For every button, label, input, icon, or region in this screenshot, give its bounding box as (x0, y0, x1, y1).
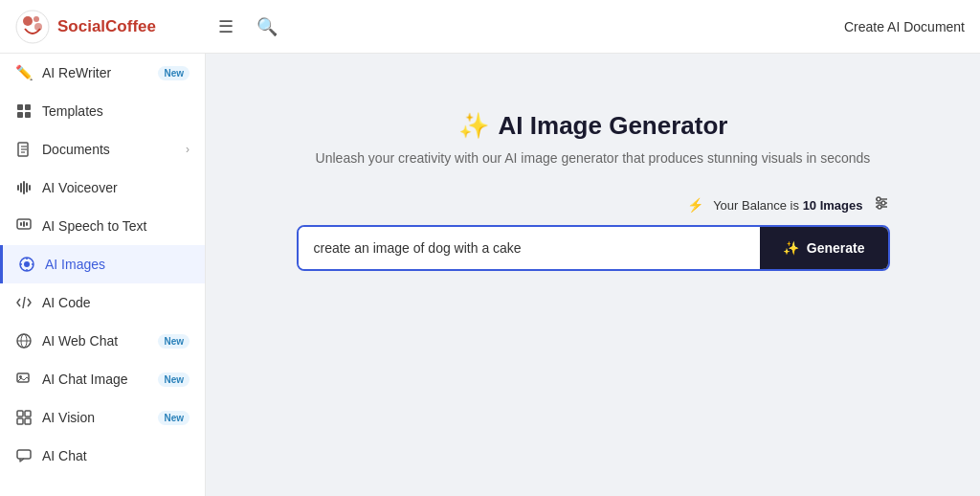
svg-rect-33 (17, 411, 23, 417)
chat-image-icon (15, 371, 33, 388)
templates-icon (15, 102, 33, 120)
ai-chat-icon (15, 447, 33, 464)
sidebar-item-ai-web-chat[interactable]: AI Web Chat New (0, 322, 205, 360)
page-title-row: ✨ AI Image Generator (316, 111, 871, 141)
bolt-icon: ⚡ (687, 197, 703, 213)
menu-button[interactable]: ☰ (214, 12, 237, 41)
sidebar-item-ai-rewriter[interactable]: ✏️ AI ReWriter New (0, 54, 205, 92)
sidebar-label: AI Images (45, 257, 189, 272)
new-badge: New (158, 372, 189, 387)
sidebar-label: AI Voiceover (42, 180, 189, 195)
sidebar-item-ai-code[interactable]: AI Code (0, 283, 205, 322)
sidebar-label: AI Speech to Text (42, 218, 189, 234)
app-header: SocialCoffee ☰ 🔍 Create AI Document (0, 0, 980, 54)
generate-button[interactable]: ✨ Generate (760, 227, 888, 269)
speech-icon (15, 217, 33, 235)
svg-rect-12 (17, 185, 19, 191)
search-icon: 🔍 (256, 16, 278, 37)
svg-rect-18 (20, 222, 22, 226)
sidebar-item-ai-chat-image[interactable]: AI Chat Image New (0, 360, 205, 398)
svg-rect-16 (29, 185, 31, 191)
svg-rect-14 (23, 181, 25, 194)
generate-icon: ✨ (783, 240, 799, 256)
new-badge: New (158, 334, 189, 349)
page-title-area: ✨ AI Image Generator Unleash your creati… (316, 111, 871, 166)
sidebar-item-documents[interactable]: Documents › (0, 130, 205, 169)
wand-icon: ✨ (458, 111, 489, 141)
documents-icon (15, 141, 33, 158)
sidebar: ✏️ AI ReWriter New Templates Documents ›… (0, 54, 206, 496)
logo-area: SocialCoffee (15, 10, 207, 44)
new-badge: New (158, 411, 189, 425)
logo-icon (15, 10, 50, 44)
sidebar-label: AI Chat (42, 448, 189, 463)
svg-point-41 (877, 197, 880, 201)
svg-point-0 (16, 11, 49, 43)
svg-rect-6 (17, 112, 23, 118)
header-icons: ☰ 🔍 (214, 12, 281, 41)
main-layout: ✏️ AI ReWriter New Templates Documents ›… (0, 54, 980, 496)
sidebar-label: AI Code (42, 295, 189, 310)
logo-text: SocialCoffee (57, 17, 156, 36)
search-button[interactable]: 🔍 (253, 12, 281, 41)
voiceover-icon (15, 179, 33, 196)
svg-rect-19 (23, 221, 25, 227)
svg-point-2 (33, 16, 39, 22)
svg-rect-37 (17, 450, 31, 459)
svg-point-42 (881, 201, 885, 205)
sidebar-label: AI Chat Image (42, 372, 148, 387)
ai-images-icon (18, 256, 35, 273)
svg-rect-20 (26, 222, 28, 226)
sidebar-label: AI Vision (42, 410, 148, 425)
sidebar-label: AI ReWriter (42, 65, 148, 80)
svg-rect-15 (26, 183, 28, 192)
prompt-input-row: ✨ Generate (297, 225, 890, 271)
balance-value: 10 Images (803, 198, 863, 213)
new-badge: New (158, 66, 189, 80)
svg-point-43 (878, 205, 881, 209)
svg-point-32 (19, 375, 22, 378)
balance-row: ⚡ Your Balance is 10 Images (297, 194, 890, 215)
svg-line-27 (23, 297, 25, 308)
sidebar-item-templates[interactable]: Templates (0, 92, 205, 130)
ai-vision-icon (15, 409, 33, 426)
prompt-input[interactable] (299, 227, 760, 269)
sidebar-label: AI Web Chat (42, 333, 148, 349)
ai-code-icon (15, 294, 33, 311)
sidebar-label: Templates (42, 103, 189, 119)
sidebar-item-ai-chat[interactable]: AI Chat (0, 437, 205, 475)
menu-icon: ☰ (218, 16, 234, 37)
svg-rect-4 (17, 104, 23, 110)
web-chat-icon (15, 332, 33, 349)
sidebar-label: Documents (42, 142, 176, 157)
create-doc-link[interactable]: Create AI Document (844, 19, 965, 34)
svg-rect-35 (17, 418, 23, 424)
page-subtitle: Unleash your creativity with our AI imag… (316, 150, 871, 166)
svg-rect-5 (25, 104, 31, 110)
sidebar-item-ai-images[interactable]: AI Images (0, 245, 205, 283)
svg-rect-13 (20, 183, 22, 192)
main-content: ✨ AI Image Generator Unleash your creati… (206, 54, 980, 496)
svg-rect-36 (25, 418, 31, 424)
ai-rewriter-icon: ✏️ (15, 64, 33, 81)
svg-point-22 (24, 261, 30, 267)
sidebar-item-ai-speech[interactable]: AI Speech to Text (0, 207, 205, 245)
sliders-icon (873, 194, 890, 212)
svg-rect-7 (25, 112, 31, 118)
arrow-icon: › (186, 143, 189, 156)
sidebar-item-ai-voiceover[interactable]: AI Voiceover (0, 169, 205, 207)
sidebar-item-ai-vision[interactable]: AI Vision New (0, 398, 205, 437)
svg-rect-34 (25, 411, 31, 417)
generate-label: Generate (807, 240, 865, 256)
settings-button[interactable] (873, 194, 890, 215)
svg-point-1 (23, 16, 33, 26)
balance-text: Your Balance is 10 Images (713, 198, 862, 213)
page-title: AI Image Generator (499, 111, 728, 141)
